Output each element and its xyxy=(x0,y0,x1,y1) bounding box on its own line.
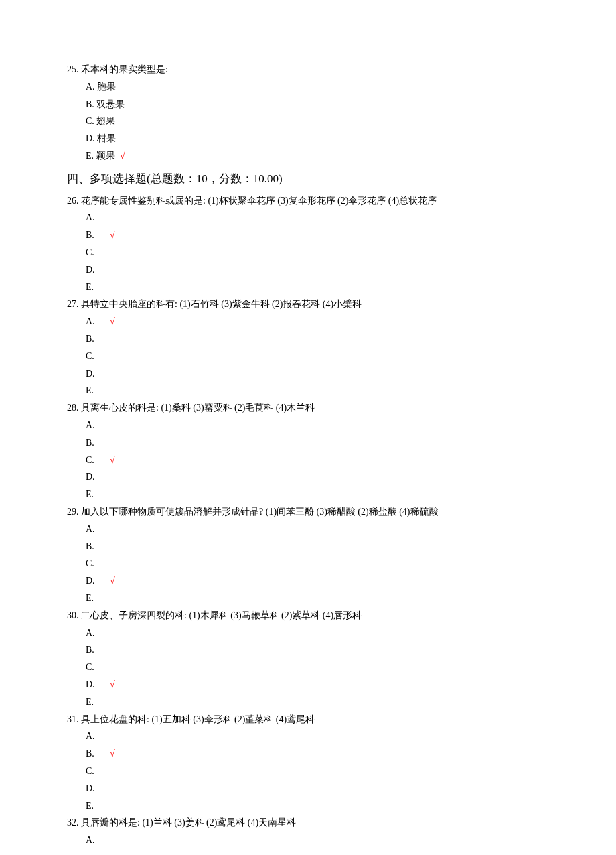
q28-choice-c: C.√ xyxy=(86,452,549,468)
check-mark-icon: √ xyxy=(110,679,115,689)
q26-letter-b: B. xyxy=(86,227,98,243)
q26-letter-d: D. xyxy=(86,262,98,278)
question-27: 27. 具特立中央胎座的科有: (1)石竹科 (3)紫金牛科 (2)报春花科 (… xyxy=(67,296,549,399)
question-30: 30. 二心皮、子房深四裂的科: (1)木犀科 (3)马鞭草科 (2)紫草科 (… xyxy=(67,608,549,710)
q25-choice-d: D. 柑果 xyxy=(86,131,549,147)
q28-letter-b: B. xyxy=(86,435,98,451)
q30-choice-e: E. xyxy=(86,694,549,710)
q27-choice-d: D. xyxy=(86,366,549,382)
q25-choice-a: A. 胞果 xyxy=(86,79,549,95)
question-31: 31. 具上位花盘的科: (1)五加科 (3)伞形科 (2)堇菜科 (4)鸢尾科… xyxy=(67,712,549,814)
q32-letter-a: A. xyxy=(86,832,98,848)
question-31-stem: 31. 具上位花盘的科: (1)五加科 (3)伞形科 (2)堇菜科 (4)鸢尾科 xyxy=(67,712,549,728)
q26-choice-d: D. xyxy=(86,262,549,278)
q28-choice-a: A. xyxy=(86,417,549,434)
q30-letter-a: A. xyxy=(86,625,98,641)
q25-choice-e: E. 颖果 √ xyxy=(86,148,549,164)
question-32: 32. 具唇瓣的科是: (1)兰科 (3)姜科 (2)鸢尾科 (4)天南星科 A… xyxy=(67,815,549,848)
q31-letter-b: B. xyxy=(86,746,98,762)
q30-letter-e: E. xyxy=(86,694,98,710)
q26-letter-e: E. xyxy=(86,279,98,295)
q25-choice-b-label: B. 双悬果 xyxy=(86,99,125,109)
q29-letter-c: C. xyxy=(86,555,98,572)
q30-choice-b: B. xyxy=(86,642,549,658)
q30-letter-c: C. xyxy=(86,659,98,675)
q26-letter-a: A. xyxy=(86,210,98,226)
q26-choice-b: B.√ xyxy=(86,227,549,243)
question-27-stem: 27. 具特立中央胎座的科有: (1)石竹科 (3)紫金牛科 (2)报春花科 (… xyxy=(67,296,549,312)
q31-letter-e: E. xyxy=(86,798,98,814)
question-26: 26. 花序能专属性鉴别科或属的是: (1)杯状聚伞花序 (3)复伞形花序 (2… xyxy=(67,193,549,295)
q27-letter-e: E. xyxy=(86,383,98,399)
q28-choice-b: B. xyxy=(86,435,549,451)
q27-choice-b: B. xyxy=(86,331,549,347)
q28-letter-e: E. xyxy=(86,486,98,503)
question-28-stem: 28. 具离生心皮的科是: (1)桑科 (3)罂粟科 (2)毛茛科 (4)木兰科 xyxy=(67,400,549,416)
q26-choice-c: C. xyxy=(86,245,549,261)
q25-choice-c: C. 翅果 xyxy=(86,113,549,129)
q29-letter-d: D. xyxy=(86,573,98,589)
q31-choice-b: B.√ xyxy=(86,746,549,762)
q27-choice-a: A.√ xyxy=(86,314,549,330)
q29-choice-d: D.√ xyxy=(86,573,549,589)
question-25-stem: 25. 禾本科的果实类型是: xyxy=(67,62,549,78)
q28-letter-a: A. xyxy=(86,417,98,434)
q26-letter-c: C. xyxy=(86,245,98,261)
question-25: 25. 禾本科的果实类型是: A. 胞果 B. 双悬果 C. 翅果 D. 柑果 … xyxy=(67,62,549,164)
q27-letter-a: A. xyxy=(86,314,98,330)
question-30-stem: 30. 二心皮、子房深四裂的科: (1)木犀科 (3)马鞭草科 (2)紫草科 (… xyxy=(67,608,549,624)
q27-choice-c: C. xyxy=(86,348,549,365)
q25-choice-a-label: A. 胞果 xyxy=(86,82,116,92)
q27-choice-e: E. xyxy=(86,383,549,399)
q31-letter-c: C. xyxy=(86,763,98,779)
check-mark-icon: √ xyxy=(110,748,115,759)
q31-choice-c: C. xyxy=(86,763,549,779)
q31-letter-a: A. xyxy=(86,728,98,744)
q31-choice-e: E. xyxy=(86,798,549,814)
q30-choice-d: D.√ xyxy=(86,677,549,693)
q29-choice-c: C. xyxy=(86,555,549,572)
q29-choice-e: E. xyxy=(86,590,549,606)
q31-choice-a: A. xyxy=(86,728,549,744)
q32-choice-a: A. xyxy=(86,832,549,848)
question-26-stem: 26. 花序能专属性鉴别科或属的是: (1)杯状聚伞花序 (3)复伞形花序 (2… xyxy=(67,193,549,209)
check-mark-icon: √ xyxy=(110,576,115,586)
question-28: 28. 具离生心皮的科是: (1)桑科 (3)罂粟科 (2)毛茛科 (4)木兰科… xyxy=(67,400,549,503)
q30-choice-a: A. xyxy=(86,625,549,641)
q30-choice-c: C. xyxy=(86,659,549,675)
q31-choice-d: D. xyxy=(86,781,549,797)
q25-choice-e-label: E. 颖果 xyxy=(86,151,115,161)
question-29-stem: 29. 加入以下哪种物质可使簇晶溶解并形成针晶? (1)间苯三酚 (3)稀醋酸 … xyxy=(67,504,549,520)
question-29: 29. 加入以下哪种物质可使簇晶溶解并形成针晶? (1)间苯三酚 (3)稀醋酸 … xyxy=(67,504,549,606)
q28-choice-e: E. xyxy=(86,486,549,503)
section-4-title: 四、多项选择题(总题数：10，分数：10.00) xyxy=(67,170,549,189)
q29-letter-a: A. xyxy=(86,521,98,537)
q26-choice-a: A. xyxy=(86,210,549,226)
q28-letter-c: C. xyxy=(86,452,98,468)
check-mark-icon: √ xyxy=(110,230,115,240)
q30-letter-d: D. xyxy=(86,677,98,693)
check-mark-icon: √ xyxy=(110,455,115,465)
question-32-stem: 32. 具唇瓣的科是: (1)兰科 (3)姜科 (2)鸢尾科 (4)天南星科 xyxy=(67,815,549,831)
q25-choice-c-label: C. 翅果 xyxy=(86,116,115,126)
q25-choice-b: B. 双悬果 xyxy=(86,96,549,113)
q28-letter-d: D. xyxy=(86,469,98,485)
q29-choice-b: B. xyxy=(86,539,549,555)
q29-choice-a: A. xyxy=(86,521,549,537)
q31-letter-d: D. xyxy=(86,781,98,797)
q29-letter-e: E. xyxy=(86,590,98,606)
q28-choice-d: D. xyxy=(86,469,549,485)
q27-letter-c: C. xyxy=(86,348,98,365)
check-mark-icon: √ xyxy=(110,316,115,326)
q27-letter-b: B. xyxy=(86,331,98,347)
q26-choice-e: E. xyxy=(86,279,549,295)
q25-choice-d-label: D. 柑果 xyxy=(86,133,116,143)
q29-letter-b: B. xyxy=(86,539,98,555)
check-mark-icon: √ xyxy=(120,151,125,161)
q30-letter-b: B. xyxy=(86,642,98,658)
q27-letter-d: D. xyxy=(86,366,98,382)
